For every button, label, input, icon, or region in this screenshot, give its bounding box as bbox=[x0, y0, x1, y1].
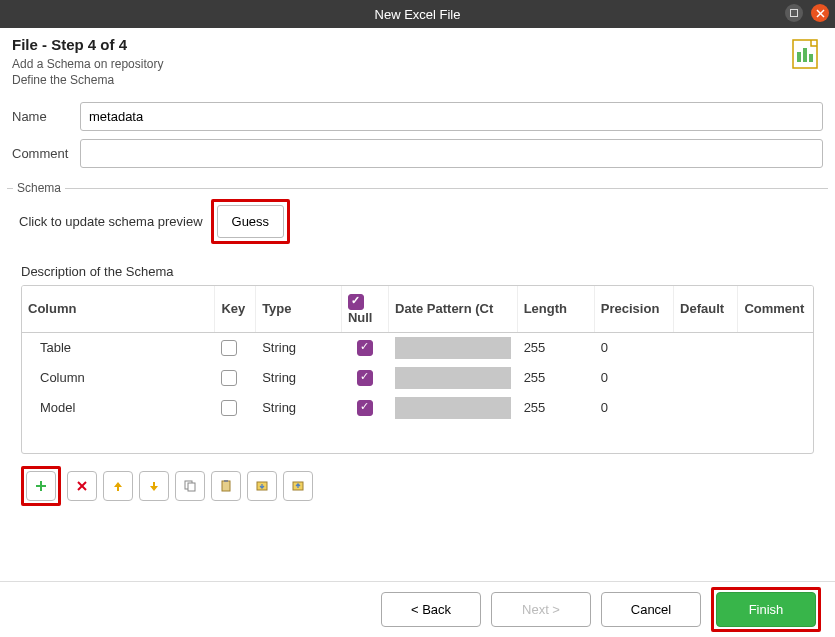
plus-icon bbox=[34, 479, 48, 493]
subtitle-line-1: Add a Schema on repository bbox=[12, 57, 163, 73]
cell-default[interactable] bbox=[674, 332, 738, 363]
cell-length[interactable]: 255 bbox=[517, 363, 594, 393]
cell-type[interactable]: String bbox=[256, 393, 342, 423]
next-button: Next > bbox=[491, 592, 591, 627]
svg-rect-14 bbox=[224, 480, 228, 482]
export-icon bbox=[291, 479, 305, 493]
cell-key[interactable] bbox=[215, 393, 256, 423]
cell-type[interactable]: String bbox=[256, 363, 342, 393]
subtitle-line-2: Define the Schema bbox=[12, 73, 163, 89]
header-pattern[interactable]: Date Pattern (Ct bbox=[389, 286, 518, 332]
x-icon bbox=[76, 480, 88, 492]
svg-rect-0 bbox=[791, 10, 798, 17]
header-null[interactable]: Null bbox=[341, 286, 388, 332]
table-row[interactable]: ModelString2550 bbox=[22, 393, 813, 423]
svg-rect-12 bbox=[188, 483, 195, 491]
window-title: New Excel File bbox=[375, 7, 461, 22]
import-icon bbox=[255, 479, 269, 493]
schema-legend: Schema bbox=[13, 181, 65, 195]
table-row[interactable]: TableString2550 bbox=[22, 332, 813, 363]
schema-description-label: Description of the Schema bbox=[21, 264, 820, 279]
name-input[interactable] bbox=[80, 102, 823, 131]
guess-row: Click to update schema preview Guess bbox=[19, 199, 820, 244]
title-bar: New Excel File bbox=[0, 0, 835, 28]
wizard-icon bbox=[787, 36, 823, 72]
comment-label: Comment bbox=[12, 146, 80, 161]
header-length[interactable]: Length bbox=[517, 286, 594, 332]
key-checkbox[interactable] bbox=[221, 400, 237, 416]
cell-column[interactable]: Model bbox=[22, 393, 215, 423]
finish-highlight: Finish bbox=[711, 587, 821, 632]
cell-column[interactable]: Column bbox=[22, 363, 215, 393]
cell-default[interactable] bbox=[674, 363, 738, 393]
header-default[interactable]: Default bbox=[674, 286, 738, 332]
table-header-row: Column Key Type Null Date Pattern (Ct Le… bbox=[22, 286, 813, 332]
step-title: File - Step 4 of 4 bbox=[12, 36, 163, 53]
copy-icon bbox=[183, 479, 197, 493]
back-button[interactable]: < Back bbox=[381, 592, 481, 627]
cell-pattern[interactable] bbox=[389, 332, 518, 363]
svg-rect-13 bbox=[222, 481, 230, 491]
cell-null[interactable] bbox=[341, 363, 388, 393]
paste-icon bbox=[219, 479, 233, 493]
cell-key[interactable] bbox=[215, 363, 256, 393]
remove-column-button[interactable] bbox=[67, 471, 97, 501]
name-label: Name bbox=[12, 109, 80, 124]
key-checkbox[interactable] bbox=[221, 340, 237, 356]
cell-column[interactable]: Table bbox=[22, 332, 215, 363]
cell-type[interactable]: String bbox=[256, 332, 342, 363]
null-header-checkbox[interactable] bbox=[348, 294, 364, 310]
arrow-up-icon bbox=[112, 480, 124, 492]
add-column-button[interactable] bbox=[26, 471, 56, 501]
cell-precision[interactable]: 0 bbox=[594, 363, 673, 393]
key-checkbox[interactable] bbox=[221, 370, 237, 386]
comment-input[interactable] bbox=[80, 139, 823, 168]
copy-button[interactable] bbox=[175, 471, 205, 501]
cell-comment[interactable] bbox=[738, 363, 813, 393]
cell-key[interactable] bbox=[215, 332, 256, 363]
cell-default[interactable] bbox=[674, 393, 738, 423]
header-comment[interactable]: Comment bbox=[738, 286, 813, 332]
cell-length[interactable]: 255 bbox=[517, 332, 594, 363]
guess-button[interactable]: Guess bbox=[217, 205, 285, 238]
paste-button[interactable] bbox=[211, 471, 241, 501]
wizard-header: File - Step 4 of 4 Add a Schema on repos… bbox=[0, 28, 835, 98]
cancel-button[interactable]: Cancel bbox=[601, 592, 701, 627]
move-up-button[interactable] bbox=[103, 471, 133, 501]
header-type[interactable]: Type bbox=[256, 286, 342, 332]
null-checkbox[interactable] bbox=[357, 340, 373, 356]
schema-table: Column Key Type Null Date Pattern (Ct Le… bbox=[21, 285, 814, 454]
finish-button[interactable]: Finish bbox=[716, 592, 816, 627]
cell-comment[interactable] bbox=[738, 393, 813, 423]
window-controls bbox=[785, 4, 829, 22]
schema-group: Schema Click to update schema preview Gu… bbox=[6, 180, 829, 521]
null-header-label: Null bbox=[348, 310, 373, 325]
header-key[interactable]: Key bbox=[215, 286, 256, 332]
header-precision[interactable]: Precision bbox=[594, 286, 673, 332]
cell-length[interactable]: 255 bbox=[517, 393, 594, 423]
cell-comment[interactable] bbox=[738, 332, 813, 363]
cell-null[interactable] bbox=[341, 393, 388, 423]
arrow-down-icon bbox=[148, 480, 160, 492]
name-row: Name bbox=[0, 98, 835, 135]
guess-prompt: Click to update schema preview bbox=[19, 214, 203, 229]
export-button[interactable] bbox=[283, 471, 313, 501]
maximize-button[interactable] bbox=[785, 4, 803, 22]
cell-pattern[interactable] bbox=[389, 363, 518, 393]
wizard-footer: < Back Next > Cancel Finish bbox=[0, 581, 835, 637]
header-column[interactable]: Column bbox=[22, 286, 215, 332]
close-button[interactable] bbox=[811, 4, 829, 22]
cell-precision[interactable]: 0 bbox=[594, 332, 673, 363]
table-row[interactable]: ColumnString2550 bbox=[22, 363, 813, 393]
cell-precision[interactable]: 0 bbox=[594, 393, 673, 423]
null-checkbox[interactable] bbox=[357, 370, 373, 386]
schema-toolbar bbox=[21, 466, 814, 506]
svg-rect-5 bbox=[803, 48, 807, 62]
import-button[interactable] bbox=[247, 471, 277, 501]
move-down-button[interactable] bbox=[139, 471, 169, 501]
cell-pattern[interactable] bbox=[389, 393, 518, 423]
cell-null[interactable] bbox=[341, 332, 388, 363]
guess-highlight: Guess bbox=[211, 199, 291, 244]
null-checkbox[interactable] bbox=[357, 400, 373, 416]
svg-rect-4 bbox=[797, 52, 801, 62]
